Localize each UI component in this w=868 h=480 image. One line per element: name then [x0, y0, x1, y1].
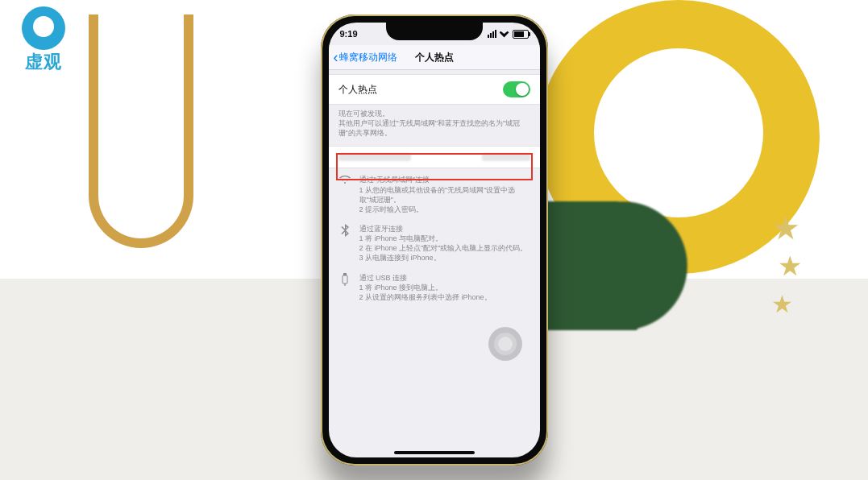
wifi-instr-title: 通过"无线局域网"连接	[359, 175, 530, 184]
bt-instr-step3: 3 从电脑连接到 iPhone。	[359, 253, 528, 263]
watermark-logo: 虚观	[10, 6, 77, 74]
gold-stars-prop: ★★★	[771, 209, 820, 338]
bluetooth-instructions: 通过蓝牙连接 1 将 iPhone 与电脑配对。 2 在 iPhone 上轻点"…	[329, 217, 540, 267]
wifi-instr-step2: 2 提示时输入密码。	[359, 205, 530, 214]
discover-line2: 其他用户可以通过"无线局域网"和蓝牙查找您的名为"城冠珊"的共享网络。	[338, 118, 530, 138]
candle-holder-prop	[89, 14, 193, 248]
password-label-blurred	[338, 153, 411, 161]
hotspot-toggle-label: 个人热点	[338, 83, 377, 97]
usb-instr-step2: 2 从设置的网络服务列表中选择 iPhone。	[359, 292, 492, 302]
svg-rect-1	[343, 275, 347, 283]
usb-icon	[338, 273, 351, 302]
wifi-instructions: 通过"无线局域网"连接 1 从您的电脑或其他设备的"无线局域网"设置中选取"城冠…	[329, 168, 540, 217]
wifi-instr-step1: 1 从您的电脑或其他设备的"无线局域网"设置中选取"城冠珊"。	[359, 185, 530, 205]
settings-content: 个人热点 现在可被发现。 其他用户可以通过"无线局域网"和蓝牙查找您的名为"城冠…	[329, 69, 540, 457]
home-indicator[interactable]	[394, 451, 475, 454]
hotspot-toggle-switch[interactable]	[503, 81, 530, 97]
page-title: 个人热点	[415, 51, 454, 64]
photo-scene: ★★★ 虚观 9:19 ‹ 蜂窝移动网络 个人热点	[0, 0, 868, 480]
wifi-status-icon	[500, 31, 509, 38]
bluetooth-icon	[338, 224, 351, 263]
cell-signal-icon	[488, 30, 496, 38]
battery-icon	[513, 30, 529, 39]
usb-instr-title: 通过 USB 连接	[359, 273, 492, 283]
hotspot-toggle-row[interactable]: 个人热点	[329, 74, 540, 105]
bt-instr-step1: 1 将 iPhone 与电脑配对。	[359, 234, 528, 243]
discoverable-footer: 现在可被发现。 其他用户可以通过"无线局域网"和蓝牙查找您的名为"城冠珊"的共享…	[329, 105, 540, 146]
password-value-blurred	[482, 153, 530, 161]
usb-instr-step1: 1 将 iPhone 接到电脑上。	[359, 283, 492, 292]
iphone-frame: 9:19 ‹ 蜂窝移动网络 个人热点 个人热点	[321, 14, 548, 466]
bt-instr-step2: 2 在 iPhone 上轻点"配对"或输入电脑上显示的代码。	[359, 243, 528, 253]
back-label: 蜂窝移动网络	[339, 51, 397, 64]
svg-rect-2	[344, 283, 345, 286]
bt-instr-title: 通过蓝牙连接	[359, 224, 528, 234]
logo-icon	[22, 6, 65, 50]
wifi-icon	[338, 175, 351, 214]
assistive-touch-button[interactable]	[488, 327, 522, 361]
discover-line1: 现在可被发现。	[338, 109, 530, 118]
nav-bar: ‹ 蜂窝移动网络 个人热点	[329, 45, 540, 70]
usb-instructions: 通过 USB 连接 1 将 iPhone 接到电脑上。 2 从设置的网络服务列表…	[329, 267, 540, 305]
chevron-left-icon: ‹	[334, 50, 338, 64]
back-button[interactable]: ‹ 蜂窝移动网络	[334, 50, 397, 64]
watermark-text: 虚观	[10, 50, 77, 74]
phone-notch	[386, 23, 483, 40]
phone-screen: 9:19 ‹ 蜂窝移动网络 个人热点 个人热点	[329, 23, 540, 457]
wifi-password-row[interactable]	[329, 146, 540, 168]
status-time: 9:19	[340, 29, 358, 39]
